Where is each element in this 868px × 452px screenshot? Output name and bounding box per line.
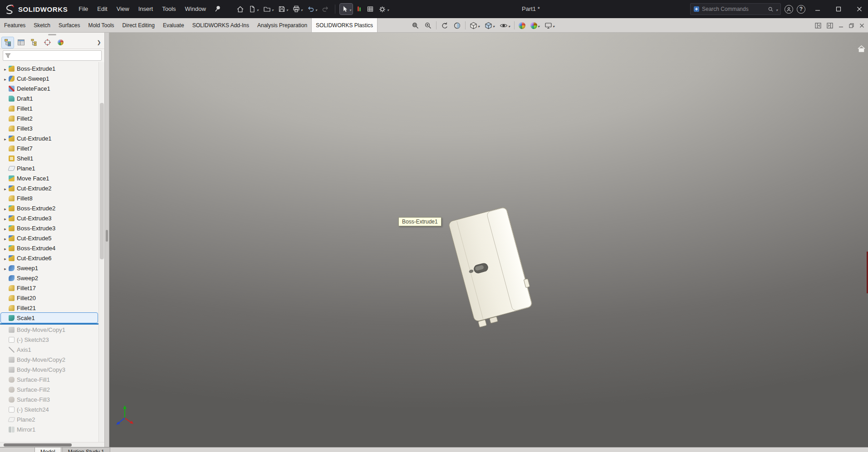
search-commands-input[interactable] xyxy=(702,6,765,12)
tree-vertical-scrollbar[interactable] xyxy=(98,62,104,442)
zoom-to-fit-icon[interactable] xyxy=(411,21,420,30)
feature-tree-item[interactable]: Mirror1 xyxy=(1,424,98,434)
command-tab[interactable]: SOLIDWORKS Add-Ins xyxy=(188,18,253,32)
search-commands-box[interactable] xyxy=(690,3,781,15)
tab-propertymanager[interactable] xyxy=(15,37,27,48)
expand-arrow-icon[interactable] xyxy=(2,64,9,73)
tab-displaymanager[interactable] xyxy=(54,37,66,48)
welcome-home-icon[interactable] xyxy=(856,44,866,53)
feature-tree-item[interactable]: Sweep2 xyxy=(1,273,98,283)
select-tool-button[interactable] xyxy=(340,4,353,15)
splitter-grip[interactable] xyxy=(106,230,108,242)
feature-tree-item[interactable]: Body-Move/Copy3 xyxy=(1,365,98,374)
bottom-tab[interactable]: Model xyxy=(34,447,61,452)
doc-close-icon[interactable] xyxy=(859,23,864,28)
command-tab[interactable]: Analysis Preparation xyxy=(253,18,311,32)
feature-tree-item[interactable]: (-) Sketch23 xyxy=(1,335,98,345)
feature-tree-item[interactable]: Scale1 xyxy=(1,313,98,323)
expand-arrow-icon[interactable] xyxy=(2,224,9,232)
expand-arrow-icon[interactable] xyxy=(2,244,9,252)
new-document-button[interactable] xyxy=(247,4,260,15)
command-tab[interactable]: Surfaces xyxy=(54,18,84,32)
command-tab[interactable]: Sketch xyxy=(29,18,54,32)
window-minimize-button[interactable] xyxy=(809,0,826,18)
expand-arrow-icon[interactable] xyxy=(2,254,9,262)
feature-tree-item[interactable]: (-) Sketch24 xyxy=(1,404,98,414)
feature-tree-item[interactable]: Cut-Sweep1 xyxy=(1,73,98,83)
display-style-icon[interactable] xyxy=(484,20,495,30)
expand-arrow-icon[interactable] xyxy=(2,234,9,242)
feature-tree-item[interactable]: Boss-Extrude1 xyxy=(1,63,98,73)
undo-button[interactable] xyxy=(306,4,319,15)
search-scope-icon[interactable] xyxy=(693,6,700,12)
command-tab[interactable]: Features xyxy=(0,18,29,32)
selection-filter-button[interactable] xyxy=(354,4,363,14)
tree-filter[interactable] xyxy=(3,50,102,61)
feature-tree-item[interactable]: Fillet7 xyxy=(1,143,98,153)
feature-tree-item[interactable]: Fillet2 xyxy=(1,113,98,123)
expand-arrow-icon[interactable] xyxy=(2,214,9,222)
feature-tree-item[interactable]: Plane1 xyxy=(1,163,98,173)
window-maximize-button[interactable] xyxy=(830,0,847,18)
expand-arrow-icon[interactable] xyxy=(2,74,9,83)
previous-view-icon[interactable] xyxy=(440,21,449,30)
feature-tree-item[interactable]: Body-Move/Copy2 xyxy=(1,355,98,365)
part-3d-model[interactable] xyxy=(422,189,572,343)
menu-item[interactable]: Window xyxy=(181,0,211,18)
panel-collapse-handle[interactable] xyxy=(0,33,104,36)
save-button[interactable] xyxy=(277,4,289,15)
view-orientation-icon[interactable] xyxy=(469,20,481,30)
expand-arrow-icon[interactable] xyxy=(2,264,9,272)
feature-tree-item[interactable]: Cut-Extrude2 xyxy=(1,183,98,193)
open-document-button[interactable] xyxy=(262,4,275,15)
tree-horizontal-scrollbar[interactable] xyxy=(0,442,104,447)
feature-tree-item[interactable]: Move Face1 xyxy=(1,173,98,183)
feature-tree-item[interactable]: Boss-Extrude2 xyxy=(1,203,98,213)
command-tab[interactable]: Evaluate xyxy=(159,18,188,32)
edit-appearance-icon[interactable] xyxy=(518,21,526,30)
command-tab[interactable]: Mold Tools xyxy=(84,18,118,32)
hide-show-items-icon[interactable] xyxy=(499,20,511,30)
command-tab[interactable]: Direct Editing xyxy=(118,18,159,32)
feature-tree-item[interactable]: Cut-Extrude1 xyxy=(1,133,98,143)
feature-tree-item[interactable]: Surface-Fill2 xyxy=(1,384,98,394)
feature-tree-item[interactable]: Boss-Extrude3 xyxy=(1,223,98,233)
feature-tree-item[interactable]: Boss-Extrude4 xyxy=(1,243,98,253)
panel-tabs-expand-icon[interactable]: ❯ xyxy=(95,39,103,45)
pin-icon[interactable] xyxy=(214,5,221,13)
tree-horizontal-scrollbar-thumb[interactable] xyxy=(4,443,72,447)
feature-tree-item[interactable]: Fillet20 xyxy=(1,293,98,303)
section-view-icon[interactable] xyxy=(452,21,462,30)
command-tab[interactable]: SOLIDWORKS Plastics xyxy=(311,18,378,32)
feature-tree-item[interactable]: Cut-Extrude5 xyxy=(1,233,98,243)
expand-arrow-icon[interactable] xyxy=(2,184,9,192)
menu-item[interactable]: Insert xyxy=(134,0,158,18)
print-button[interactable] xyxy=(291,4,304,15)
apply-scene-icon[interactable] xyxy=(530,20,540,30)
tree-filter-input[interactable] xyxy=(13,53,99,59)
feature-tree-item[interactable]: Cut-Extrude6 xyxy=(1,253,98,263)
feature-tree-item[interactable]: Surface-Fill3 xyxy=(1,394,98,404)
expand-arrow-icon[interactable] xyxy=(2,134,9,142)
search-dropdown-icon[interactable] xyxy=(776,5,778,13)
feature-tree-item[interactable]: Shell1 xyxy=(1,153,98,163)
feature-tree-item[interactable]: Axis1 xyxy=(1,345,98,355)
view-settings-icon[interactable] xyxy=(544,20,555,30)
home-button[interactable] xyxy=(235,4,245,15)
menu-item[interactable]: Edit xyxy=(93,0,112,18)
help-icon[interactable] xyxy=(797,5,805,14)
redo-button[interactable] xyxy=(320,4,330,14)
search-icon[interactable] xyxy=(768,6,774,12)
reference-triad-icon[interactable] xyxy=(113,403,137,427)
tab-configurationmanager[interactable] xyxy=(28,37,40,48)
component-grid-button[interactable] xyxy=(365,4,375,14)
tab-featuremanager[interactable] xyxy=(2,37,14,48)
tab-dimxpertmanager[interactable] xyxy=(41,37,53,48)
feature-tree-item[interactable]: Fillet21 xyxy=(1,303,98,313)
feature-tree-item[interactable]: Fillet3 xyxy=(1,123,98,133)
feature-tree-item[interactable]: Fillet17 xyxy=(1,283,98,293)
feature-tree-item[interactable]: Sweep1 xyxy=(1,263,98,273)
menu-item[interactable]: View xyxy=(112,0,134,18)
graphics-viewport[interactable]: Boss-Extrude1 xyxy=(109,33,868,447)
feature-tree-item[interactable]: Fillet8 xyxy=(1,193,98,203)
